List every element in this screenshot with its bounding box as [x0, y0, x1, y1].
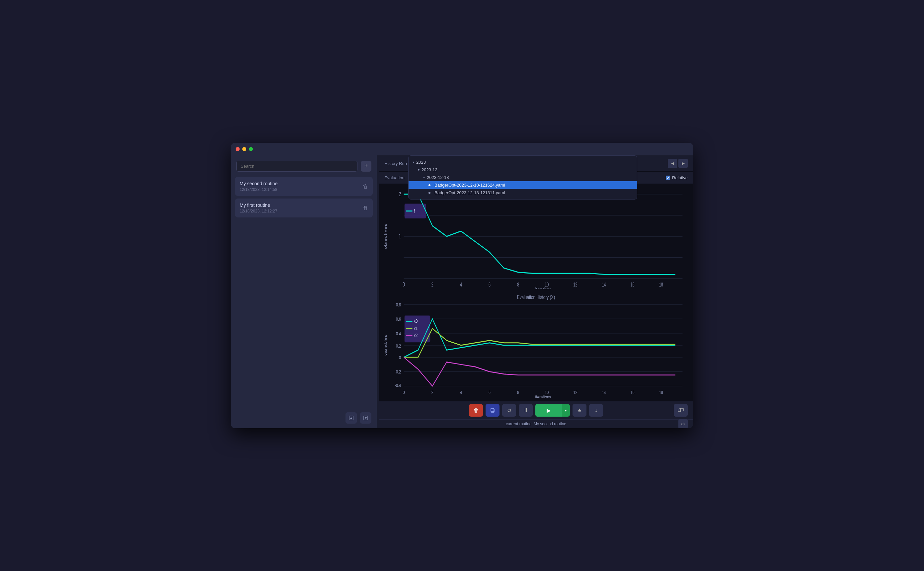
export-button[interactable] — [360, 412, 371, 424]
import-run-button[interactable]: ↓ — [589, 404, 603, 417]
chart-variables: Evaluation History (X) 0.8 0.6 0.4 — [382, 292, 690, 398]
nav-next[interactable]: ▶ — [678, 159, 688, 168]
titlebar — [231, 143, 693, 155]
svg-text:14: 14 — [602, 282, 606, 288]
charts-area: 2 1 0 2 4 6 8 10 12 14 16 18 i — [379, 184, 693, 401]
svg-rect-61 — [491, 408, 494, 412]
svg-text:2: 2 — [399, 191, 401, 198]
svg-text:12: 12 — [573, 390, 577, 395]
svg-text:4: 4 — [460, 282, 462, 288]
routine-time-0: 12/18/2023, 12:14:58 — [240, 187, 363, 192]
file-dot — [428, 184, 430, 186]
run-button-group: ▶ ▾ — [535, 404, 570, 417]
svg-text:-0.4: -0.4 — [395, 383, 401, 388]
bottom-toolbar: ↺ ⏸ ▶ ▾ ★ ↓ — [379, 401, 693, 419]
tree-item-2023[interactable]: ▾ 2023 — [408, 158, 637, 166]
tree-item-file-2[interactable]: BadgerOpt-2023-12-18-121311.yaml — [408, 189, 637, 196]
tree-label: 2023-12-18 — [427, 175, 449, 180]
settings-button[interactable]: ⚙ — [678, 419, 688, 428]
tree-item-2023-12[interactable]: ▾ 2023-12 — [408, 166, 637, 174]
status-bar: current routine: My second routine ⚙ — [379, 419, 693, 428]
maximize-button[interactable] — [249, 147, 253, 151]
svg-text:18: 18 — [659, 390, 663, 395]
add-routine-button[interactable]: + — [361, 161, 371, 171]
copy-button[interactable] — [485, 404, 499, 417]
routine-list: My second routine 12/18/2023, 12:14:58 🗑… — [231, 177, 377, 218]
arrow-icon: ▾ — [418, 168, 419, 171]
svg-text:iterations: iterations — [535, 287, 551, 289]
tree-label: BadgerOpt-2023-12-18-121624.yaml — [434, 182, 505, 188]
nav-prev[interactable]: ◀ — [668, 159, 677, 168]
arrow-icon: ▾ — [413, 160, 414, 164]
import-button[interactable] — [345, 412, 357, 424]
delete-routine-1[interactable]: 🗑 — [363, 205, 368, 211]
chart-svg-2: Evaluation History (X) 0.8 0.6 0.4 — [382, 292, 690, 398]
sidebar-header: + — [231, 155, 377, 177]
svg-text:x2: x2 — [414, 333, 417, 338]
tree-item-file-1[interactable]: BadgerOpt-2023-12-18-121624.yaml — [408, 181, 637, 189]
delete-button[interactable] — [469, 404, 483, 417]
svg-text:8: 8 — [517, 282, 519, 288]
svg-rect-62 — [678, 409, 681, 412]
tree-label: 2023-12 — [422, 167, 437, 172]
svg-text:12: 12 — [573, 282, 577, 288]
svg-text:4: 4 — [460, 390, 462, 395]
close-button[interactable] — [236, 147, 240, 151]
svg-text:0.8: 0.8 — [396, 302, 401, 307]
svg-rect-63 — [681, 408, 683, 411]
svg-text:1: 1 — [399, 233, 401, 240]
svg-text:16: 16 — [631, 390, 634, 395]
sidebar-bottom — [231, 407, 377, 428]
svg-text:objectives: objectives — [383, 224, 387, 249]
search-input[interactable] — [236, 160, 357, 171]
tree-item-2023-12-18[interactable]: ▾ 2023-12-18 — [408, 174, 637, 181]
svg-text:18: 18 — [659, 282, 663, 288]
traffic-lights — [236, 147, 253, 151]
arrow-icon: ▾ — [423, 176, 425, 179]
svg-text:iterations: iterations — [535, 394, 551, 398]
relative-label: Relative — [672, 175, 688, 180]
right-panel: History Run ◀ ▶ ▾ 2023 ▾ 2023-12 — [379, 155, 693, 428]
svg-text:2: 2 — [431, 282, 433, 288]
svg-text:6: 6 — [488, 282, 491, 288]
app-window: + My second routine 12/18/2023, 12:14:58… — [231, 143, 693, 428]
minimize-button[interactable] — [242, 147, 246, 151]
eval-label: Evaluation — [384, 175, 405, 180]
svg-text:0: 0 — [403, 281, 405, 288]
svg-text:-0.2: -0.2 — [395, 369, 401, 375]
history-dropdown[interactable]: ▾ 2023 ▾ 2023-12 ▾ 2023-12-18 BadgerOpt-… — [408, 155, 637, 199]
routine-time-1: 12/18/2023, 12:12:27 — [240, 209, 363, 213]
3d-view-button[interactable] — [674, 404, 688, 417]
undo-button[interactable]: ↺ — [502, 404, 516, 417]
svg-text:16: 16 — [631, 282, 634, 288]
svg-text:8: 8 — [517, 390, 519, 395]
svg-text:6: 6 — [488, 390, 491, 395]
file-dot — [428, 192, 430, 194]
history-label: History Run — [384, 161, 407, 166]
routine-item-0[interactable]: My second routine 12/18/2023, 12:14:58 🗑 — [235, 177, 373, 196]
svg-text:x1: x1 — [414, 325, 417, 331]
tree-label: BadgerOpt-2023-12-18-121311.yaml — [434, 190, 505, 195]
run-dropdown-button[interactable]: ▾ — [562, 404, 570, 417]
favorite-button[interactable]: ★ — [573, 404, 587, 417]
routine-item-1[interactable]: My first routine 12/18/2023, 12:12:27 🗑 — [235, 199, 373, 218]
svg-text:f: f — [414, 208, 415, 215]
tree-label: 2023 — [416, 160, 426, 165]
svg-text:0.4: 0.4 — [396, 331, 401, 336]
relative-checkbox[interactable] — [666, 176, 670, 180]
delete-routine-0[interactable]: 🗑 — [363, 184, 368, 190]
svg-text:2: 2 — [431, 390, 433, 395]
routine-name-1: My first routine — [240, 202, 363, 208]
svg-text:14: 14 — [602, 390, 606, 395]
sidebar: + My second routine 12/18/2023, 12:14:58… — [231, 155, 377, 428]
run-button[interactable]: ▶ — [535, 404, 562, 417]
svg-text:x0: x0 — [414, 318, 417, 324]
main-content: + My second routine 12/18/2023, 12:14:58… — [231, 155, 693, 428]
svg-text:variables: variables — [383, 335, 388, 356]
history-nav: ◀ ▶ — [668, 159, 688, 168]
status-text: current routine: My second routine — [506, 421, 566, 426]
relative-checkbox-container[interactable]: Relative — [666, 175, 688, 180]
pause-button[interactable]: ⏸ — [519, 404, 533, 417]
svg-text:0: 0 — [403, 390, 405, 395]
svg-text:0: 0 — [399, 355, 401, 360]
